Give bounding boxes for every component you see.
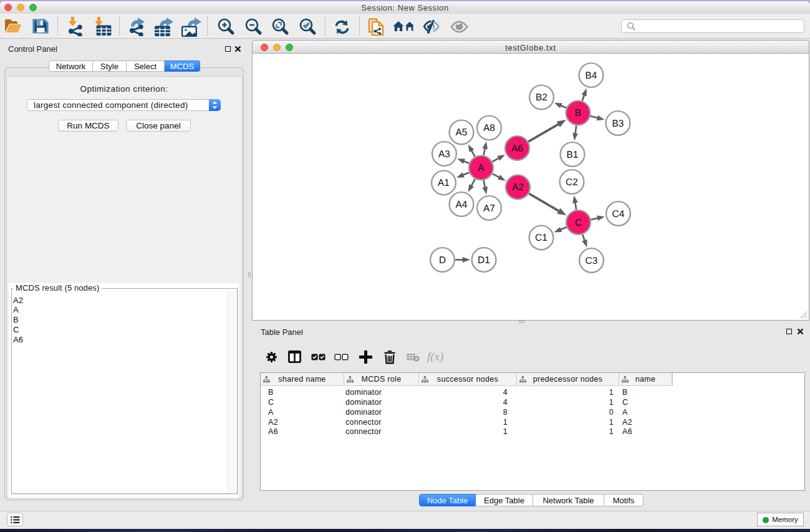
svg-text:B2: B2 <box>536 92 547 103</box>
svg-text:A7: A7 <box>483 203 495 214</box>
svg-text:A: A <box>478 163 485 173</box>
svg-text:B4: B4 <box>586 70 597 81</box>
svg-text:B3: B3 <box>612 118 624 129</box>
svg-text:A6: A6 <box>511 143 523 154</box>
svg-text:C3: C3 <box>586 256 598 266</box>
svg-text:A4: A4 <box>456 200 468 210</box>
svg-text:C4: C4 <box>612 209 625 220</box>
svg-text:A3: A3 <box>438 149 450 160</box>
svg-text:A2: A2 <box>512 182 524 193</box>
svg-text:A1: A1 <box>438 178 450 188</box>
svg-text:A8: A8 <box>483 123 495 133</box>
svg-text:C: C <box>575 218 582 228</box>
svg-text:B: B <box>575 108 581 118</box>
svg-text:B1: B1 <box>567 150 579 160</box>
svg-text:D1: D1 <box>478 255 490 266</box>
svg-text:D: D <box>439 255 446 266</box>
svg-text:C1: C1 <box>535 233 547 243</box>
svg-text:C2: C2 <box>566 177 578 188</box>
svg-text:A5: A5 <box>456 127 468 138</box>
